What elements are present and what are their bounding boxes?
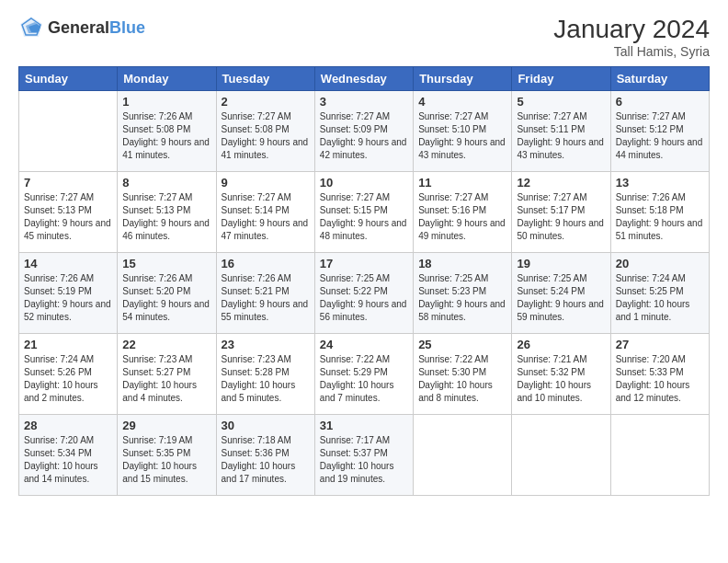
week-row-1: 1Sunrise: 7:26 AMSunset: 5:08 PMDaylight… [19,91,710,172]
day-info: Sunrise: 7:23 AMSunset: 5:27 PMDaylight:… [122,353,210,405]
day-info: Sunrise: 7:24 AMSunset: 5:25 PMDaylight:… [616,272,704,324]
day-cell: 15Sunrise: 7:26 AMSunset: 5:20 PMDayligh… [118,253,216,334]
day-header-friday: Friday [512,67,610,91]
day-info: Sunrise: 7:25 AMSunset: 5:23 PMDaylight:… [418,272,506,324]
day-info: Sunrise: 7:27 AMSunset: 5:17 PMDaylight:… [517,191,605,243]
day-number: 8 [122,176,210,190]
day-cell [610,415,709,496]
day-cell: 29Sunrise: 7:19 AMSunset: 5:35 PMDayligh… [118,415,216,496]
day-number: 13 [616,176,704,190]
day-header-wednesday: Wednesday [314,67,413,91]
day-cell [512,415,610,496]
day-info: Sunrise: 7:27 AMSunset: 5:12 PMDaylight:… [616,110,704,162]
day-cell: 23Sunrise: 7:23 AMSunset: 5:28 PMDayligh… [216,334,314,415]
day-number: 20 [616,257,704,270]
header-row: SundayMondayTuesdayWednesdayThursdayFrid… [19,67,710,91]
day-number: 12 [517,176,605,190]
week-row-3: 14Sunrise: 7:26 AMSunset: 5:19 PMDayligh… [19,253,710,334]
day-number: 25 [418,338,506,351]
day-header-monday: Monday [118,67,216,91]
week-row-4: 21Sunrise: 7:24 AMSunset: 5:26 PMDayligh… [19,334,710,415]
day-cell: 30Sunrise: 7:18 AMSunset: 5:36 PMDayligh… [216,415,314,496]
day-cell: 25Sunrise: 7:22 AMSunset: 5:30 PMDayligh… [414,334,512,415]
day-info: Sunrise: 7:19 AMSunset: 5:35 PMDaylight:… [122,434,210,486]
day-number: 2 [222,95,310,109]
day-number: 6 [616,95,704,109]
day-number: 11 [418,176,506,190]
day-number: 27 [616,338,704,351]
day-info: Sunrise: 7:24 AMSunset: 5:26 PMDaylight:… [24,353,112,405]
day-cell: 2Sunrise: 7:27 AMSunset: 5:08 PMDaylight… [216,91,314,172]
day-cell: 21Sunrise: 7:24 AMSunset: 5:26 PMDayligh… [19,334,118,415]
day-info: Sunrise: 7:27 AMSunset: 5:10 PMDaylight:… [418,110,506,162]
day-cell: 12Sunrise: 7:27 AMSunset: 5:17 PMDayligh… [512,172,610,253]
day-cell: 1Sunrise: 7:26 AMSunset: 5:08 PMDaylight… [118,91,216,172]
day-number: 7 [24,176,112,190]
day-info: Sunrise: 7:27 AMSunset: 5:08 PMDaylight:… [222,110,310,162]
calendar-table: SundayMondayTuesdayWednesdayThursdayFrid… [18,66,710,496]
day-number: 31 [320,419,408,432]
day-info: Sunrise: 7:27 AMSunset: 5:11 PMDaylight:… [517,110,605,162]
day-info: Sunrise: 7:21 AMSunset: 5:32 PMDaylight:… [517,353,605,405]
logo-text: GeneralBlue [48,18,145,38]
day-number: 5 [517,95,605,109]
day-number: 15 [122,257,210,270]
week-row-5: 28Sunrise: 7:20 AMSunset: 5:34 PMDayligh… [19,415,710,496]
day-cell: 9Sunrise: 7:27 AMSunset: 5:14 PMDaylight… [216,172,314,253]
day-number: 23 [222,338,310,351]
day-cell: 14Sunrise: 7:26 AMSunset: 5:19 PMDayligh… [19,253,118,334]
day-cell [414,415,512,496]
header: GeneralBlue January 2024 Tall Hamis, Syr… [18,15,710,59]
day-info: Sunrise: 7:27 AMSunset: 5:09 PMDaylight:… [320,110,408,162]
day-info: Sunrise: 7:25 AMSunset: 5:24 PMDaylight:… [517,272,605,324]
day-info: Sunrise: 7:18 AMSunset: 5:36 PMDaylight:… [222,434,310,486]
day-info: Sunrise: 7:20 AMSunset: 5:33 PMDaylight:… [616,353,704,405]
day-info: Sunrise: 7:26 AMSunset: 5:19 PMDaylight:… [24,272,112,324]
day-cell: 8Sunrise: 7:27 AMSunset: 5:13 PMDaylight… [118,172,216,253]
day-cell: 27Sunrise: 7:20 AMSunset: 5:33 PMDayligh… [610,334,709,415]
calendar-body: 1Sunrise: 7:26 AMSunset: 5:08 PMDaylight… [19,91,710,496]
day-cell: 3Sunrise: 7:27 AMSunset: 5:09 PMDaylight… [314,91,413,172]
day-number: 30 [222,419,310,432]
day-cell: 17Sunrise: 7:25 AMSunset: 5:22 PMDayligh… [314,253,413,334]
day-info: Sunrise: 7:26 AMSunset: 5:18 PMDaylight:… [616,191,704,243]
day-number: 28 [24,419,112,432]
day-info: Sunrise: 7:22 AMSunset: 5:30 PMDaylight:… [418,353,506,405]
day-header-saturday: Saturday [610,67,709,91]
day-cell: 5Sunrise: 7:27 AMSunset: 5:11 PMDaylight… [512,91,610,172]
day-number: 26 [517,338,605,351]
day-cell: 19Sunrise: 7:25 AMSunset: 5:24 PMDayligh… [512,253,610,334]
day-header-sunday: Sunday [19,67,118,91]
day-cell [19,91,118,172]
day-cell: 4Sunrise: 7:27 AMSunset: 5:10 PMDaylight… [414,91,512,172]
day-info: Sunrise: 7:26 AMSunset: 5:08 PMDaylight:… [122,110,210,162]
day-info: Sunrise: 7:25 AMSunset: 5:22 PMDaylight:… [320,272,408,324]
day-cell: 7Sunrise: 7:27 AMSunset: 5:13 PMDaylight… [19,172,118,253]
day-number: 10 [320,176,408,190]
calendar-header: SundayMondayTuesdayWednesdayThursdayFrid… [19,67,710,91]
day-cell: 20Sunrise: 7:24 AMSunset: 5:25 PMDayligh… [610,253,709,334]
day-info: Sunrise: 7:22 AMSunset: 5:29 PMDaylight:… [320,353,408,405]
day-cell: 28Sunrise: 7:20 AMSunset: 5:34 PMDayligh… [19,415,118,496]
day-cell: 24Sunrise: 7:22 AMSunset: 5:29 PMDayligh… [314,334,413,415]
day-info: Sunrise: 7:27 AMSunset: 5:14 PMDaylight:… [222,191,310,243]
day-cell: 13Sunrise: 7:26 AMSunset: 5:18 PMDayligh… [610,172,709,253]
week-row-2: 7Sunrise: 7:27 AMSunset: 5:13 PMDaylight… [19,172,710,253]
calendar-page: GeneralBlue January 2024 Tall Hamis, Syr… [0,0,728,505]
logo-icon [18,15,44,40]
day-info: Sunrise: 7:23 AMSunset: 5:28 PMDaylight:… [222,353,310,405]
day-cell: 10Sunrise: 7:27 AMSunset: 5:15 PMDayligh… [314,172,413,253]
day-number: 19 [517,257,605,270]
location: Tall Hamis, Syria [553,44,710,59]
day-number: 1 [122,95,210,109]
day-number: 9 [222,176,310,190]
day-number: 29 [122,419,210,432]
day-header-thursday: Thursday [414,67,512,91]
logo: GeneralBlue [18,15,145,40]
logo-general: General [48,18,109,37]
day-number: 24 [320,338,408,351]
day-info: Sunrise: 7:27 AMSunset: 5:13 PMDaylight:… [24,191,112,243]
day-cell: 11Sunrise: 7:27 AMSunset: 5:16 PMDayligh… [414,172,512,253]
title-area: January 2024 Tall Hamis, Syria [553,15,710,59]
day-cell: 16Sunrise: 7:26 AMSunset: 5:21 PMDayligh… [216,253,314,334]
